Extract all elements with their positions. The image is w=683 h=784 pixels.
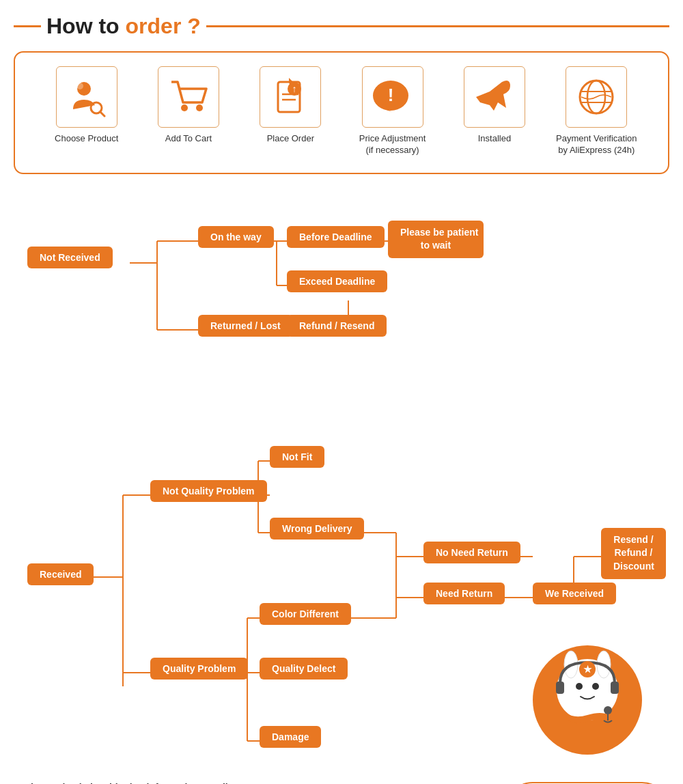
payment-verification-label: Payment Verificationby AliExpress (24h) — [556, 133, 637, 156]
choose-product-icon-box — [56, 66, 117, 128]
person-search-icon — [66, 76, 107, 117]
mascot-icon: ★ — [519, 618, 656, 755]
order-steps-box: Choose Product Add To Cart ↑ Place Order — [14, 51, 669, 174]
installed-label: Installed — [478, 133, 511, 145]
svg-text:★: ★ — [583, 664, 592, 675]
svg-rect-56 — [556, 682, 564, 694]
svg-text:↑: ↑ — [292, 83, 297, 94]
title-highlight: order ? — [126, 14, 201, 38]
cart-icon — [168, 76, 209, 117]
price-adjustment-label: Price Adjustment(if necessary) — [359, 133, 426, 156]
not-fit-pill: Not Fit — [270, 446, 324, 468]
refund-resend-pill: Refund / Resend — [287, 315, 387, 337]
page-header: How to order ? — [14, 14, 669, 39]
svg-point-5 — [196, 104, 203, 111]
not-quality-problem-pill: Not Quality Problem — [150, 480, 267, 502]
installed-icon-box — [464, 66, 525, 128]
mascot-area: ★ — [519, 618, 656, 755]
we-received-pill: We Received — [533, 583, 616, 604]
please-be-patient-pill: Please be patientto wait — [388, 221, 484, 258]
place-order-label: Place Order — [267, 133, 314, 145]
add-to-cart-icon-box — [158, 66, 219, 128]
svg-point-4 — [181, 104, 188, 111]
svg-text:!: ! — [388, 85, 394, 105]
plane-icon — [471, 76, 518, 117]
wrong-delivery-pill: Wrong Delivery — [270, 518, 364, 540]
svg-line-2 — [100, 112, 104, 116]
received-flow: Received Not Quality Problem Not Fit Wro… — [14, 406, 669, 768]
svg-point-55 — [592, 683, 599, 690]
on-the-way-pill: On the way — [198, 226, 274, 248]
header-line-right — [206, 25, 669, 27]
svg-point-60 — [604, 706, 612, 714]
quality-defect-pill: Quality Delect — [260, 658, 348, 680]
place-order-icon-box: ↑ — [260, 66, 321, 128]
step-installed: Installed — [450, 66, 539, 145]
svg-point-3 — [76, 83, 83, 89]
choose-product-label: Choose Product — [55, 133, 118, 145]
need-return-pill: Need Return — [423, 583, 505, 604]
document-icon: ↑ — [270, 76, 311, 117]
step-payment-verification: Payment Verificationby AliExpress (24h) — [552, 66, 641, 156]
before-deadline-pill: Before Deadline — [287, 226, 385, 248]
step-place-order: ↑ Place Order — [246, 66, 335, 145]
add-to-cart-label: Add To Cart — [165, 133, 212, 145]
quality-problem-pill: Quality Problem — [150, 658, 248, 680]
step-choose-product: Choose Product — [42, 66, 131, 145]
step-price-adjustment: ! Price Adjustment(if necessary) — [348, 66, 437, 156]
svg-point-54 — [576, 683, 583, 690]
chat-exclaim-icon: ! — [370, 76, 415, 117]
no-need-return-pill: No Need Return — [423, 542, 520, 563]
returned-lost-pill: Returned / Lost — [198, 315, 293, 337]
not-received-flow: Not Received On the way Before Deadline … — [14, 195, 669, 386]
payment-verification-icon-box — [566, 66, 627, 128]
svg-rect-57 — [611, 682, 619, 694]
page-title: How to order ? — [46, 14, 201, 39]
step-add-to-cart: Add To Cart — [144, 66, 233, 145]
damage-pill: Damage — [260, 726, 321, 748]
globe-icon — [576, 76, 617, 117]
not-received-pill: Not Received — [27, 247, 113, 268]
price-adjustment-icon-box: ! — [362, 66, 423, 128]
resend-refund-discount-pill: Resend /Refund /Discount — [601, 528, 666, 579]
color-different-pill: Color Different — [260, 603, 351, 625]
header-line-left — [14, 25, 41, 27]
received-pill: Received — [27, 563, 94, 585]
exceed-deadline-pill: Exceed Deadline — [287, 270, 387, 292]
